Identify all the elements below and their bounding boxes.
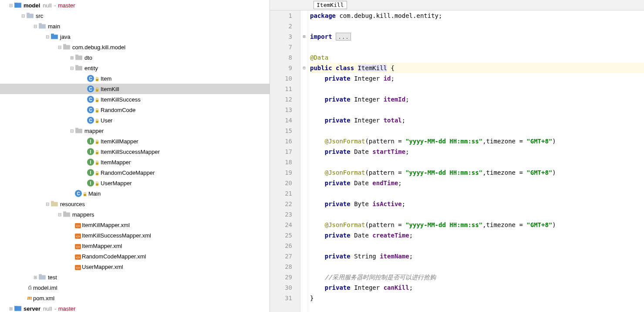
fold-column[interactable]: ⊞ ⊟	[300, 10, 308, 312]
code-line[interactable]: //采用服务器时间控制是否可以进行抢购	[310, 272, 644, 282]
line-number: 14	[270, 115, 292, 125]
code-line[interactable]: @JsonFormat(pattern = "yyyy-MM-dd HH:mm:…	[310, 167, 644, 178]
collapse-icon[interactable]: ⊟	[20, 14, 26, 18]
line-number: 28	[270, 261, 292, 272]
expand-icon[interactable]: ⊞	[8, 306, 14, 311]
code-line[interactable]: private Date endTime;	[310, 178, 644, 188]
tree-node-model[interactable]: ⊟ model null - master	[0, 0, 270, 10]
tree-node-entity[interactable]: ⊟ entity	[0, 63, 270, 73]
expand-icon[interactable]: ⊞	[69, 55, 75, 60]
code-content[interactable]: package com.debug.kill.model.entity; imp…	[308, 10, 644, 312]
code-line[interactable]	[310, 188, 644, 199]
collapse-icon[interactable]: ⊟	[57, 212, 63, 217]
tree-node-mapper[interactable]: ⊟ mapper	[0, 125, 270, 136]
collapse-icon[interactable]: ⊟	[44, 34, 51, 39]
tree-node-class-itemkill[interactable]: C ItemKill	[0, 84, 270, 94]
folder-icon	[63, 210, 71, 218]
code-line[interactable]	[310, 42, 644, 52]
code-line[interactable]	[310, 105, 644, 115]
interface-label: RandomCodeMapper	[101, 170, 155, 176]
tree-node-java[interactable]: ⊟ java	[0, 31, 270, 42]
code-line[interactable]	[310, 125, 644, 136]
collapse-icon[interactable]: ⊟	[8, 3, 14, 8]
maven-icon: m	[26, 295, 33, 302]
tree-node-resources[interactable]: ⊟ resources	[0, 199, 270, 209]
fold-collapse-icon[interactable]: ⊟	[300, 63, 308, 73]
xml-label: ItemKillSuccessMapper.xml	[82, 232, 151, 239]
tree-node-interface-randomcodemapper[interactable]: I RandomCodeMapper	[0, 167, 270, 178]
collapse-icon[interactable]: ⊟	[32, 24, 38, 29]
line-number: 12	[270, 94, 292, 105]
tree-node-interface-itemkillmapper[interactable]: I ItemKillMapper	[0, 136, 270, 146]
code-line[interactable]: private Date startTime;	[310, 146, 644, 157]
tree-node-interface-itemmapper[interactable]: I ItemMapper	[0, 157, 270, 167]
svg-rect-14	[96, 79, 98, 81]
code-line[interactable]	[310, 261, 644, 272]
code-line[interactable]: @JsonFormat(pattern = "yyyy-MM-dd HH:mm:…	[310, 220, 644, 230]
xml-icon: <>	[75, 265, 81, 270]
fold-placeholder[interactable]: ...	[336, 33, 351, 41]
svg-rect-9	[63, 44, 66, 45]
code-line[interactable]: package com.debug.kill.model.entity;	[310, 10, 644, 21]
tree-node-xml-itemkillsuccessmapper[interactable]: <> ItemKillSuccessMapper.xml	[0, 230, 270, 241]
code-line[interactable]: private Integer itemId;	[310, 94, 644, 105]
code-line[interactable]: private String itemName;	[310, 251, 644, 261]
tree-node-class-randomcode[interactable]: C RandomCode	[0, 105, 270, 115]
collapse-icon[interactable]: ⊟	[44, 202, 51, 207]
vcs-branch: master	[58, 305, 76, 312]
code-line[interactable]	[310, 157, 644, 167]
code-line[interactable]: import ...	[310, 31, 644, 42]
expand-icon[interactable]: ⊞	[32, 275, 38, 280]
module-icon	[14, 305, 22, 312]
collapse-icon[interactable]: ⊟	[57, 45, 63, 50]
fold-expand-icon[interactable]: ⊞	[300, 31, 308, 42]
breadcrumb[interactable]: ItemKill	[270, 0, 644, 10]
tree-node-src[interactable]: ⊟ src	[0, 10, 270, 21]
tree-node-package[interactable]: ⊟ com.debug.kill.model	[0, 42, 270, 52]
code-line[interactable]	[310, 84, 644, 94]
tree-node-test[interactable]: ⊞ test	[0, 272, 270, 282]
tree-node-dto[interactable]: ⊞ dto	[0, 52, 270, 63]
code-line[interactable]: private Integer id;	[310, 73, 644, 84]
code-line[interactable]: @Data	[310, 52, 644, 63]
tree-node-class-user[interactable]: C User	[0, 115, 270, 125]
tree-node-server[interactable]: ⊞ server null - master	[0, 303, 270, 312]
tree-node-interface-itemkillsuccessmapper[interactable]: I ItemKillSuccessMapper	[0, 146, 270, 157]
tree-node-mappers[interactable]: ⊟ mappers	[0, 209, 270, 220]
tree-node-modeliml[interactable]: ⎙ model.iml	[0, 282, 270, 293]
folder-label: src	[36, 13, 43, 19]
tree-node-class-itemkillsuccess[interactable]: C ItemKillSuccess	[0, 94, 270, 105]
code-line[interactable]: private Date createTime;	[310, 230, 644, 241]
collapse-icon[interactable]: ⊟	[69, 129, 75, 133]
collapse-icon[interactable]: ⊟	[69, 66, 75, 71]
tree-node-class-item[interactable]: C Item	[0, 73, 270, 84]
svg-rect-29	[63, 213, 70, 217]
interface-icon: I	[87, 169, 94, 176]
code-line[interactable]	[310, 241, 644, 251]
code-line[interactable]	[310, 21, 644, 31]
tree-node-xml-itemkillmapper[interactable]: <> ItemKillMapper.xml	[0, 220, 270, 230]
code-line[interactable]: @JsonFormat(pattern = "yyyy-MM-dd HH:mm:…	[310, 136, 644, 146]
svg-rect-17	[96, 110, 98, 112]
file-label: model.iml	[33, 285, 57, 291]
line-number: 19	[270, 167, 292, 178]
code-line[interactable]: private Integer canKill;	[310, 282, 644, 293]
tree-node-main[interactable]: ⊟ main	[0, 21, 270, 31]
tree-node-xml-itemmapper[interactable]: <> ItemMapper.xml	[0, 241, 270, 251]
code-line[interactable]: private Byte isActive;	[310, 199, 644, 209]
code-editor[interactable]: 1 2 3 7 8 9 10 11 12 13 14 15 16 17 18 1…	[270, 10, 644, 312]
tree-node-pomxml[interactable]: m pom.xml	[0, 293, 270, 303]
tree-node-xml-randomcodemapper[interactable]: <> RandomCodeMapper.xml	[0, 251, 270, 261]
tree-node-class-main[interactable]: C Main	[0, 188, 270, 199]
folder-label: java	[60, 34, 71, 40]
code-line[interactable]: private Integer total;	[310, 115, 644, 125]
tree-node-xml-usermapper[interactable]: <> UserMapper.xml	[0, 261, 270, 272]
project-tree[interactable]: ⊟ model null - master ⊟ src ⊟ main ⊟ jav…	[0, 0, 270, 312]
tree-node-interface-usermapper[interactable]: I UserMapper	[0, 178, 270, 188]
svg-rect-7	[51, 34, 54, 35]
svg-rect-15	[96, 89, 98, 92]
code-line[interactable]: public class ItemKill {	[310, 63, 644, 73]
code-line[interactable]: }	[310, 293, 644, 303]
code-line[interactable]	[310, 209, 644, 220]
breadcrumb-class[interactable]: ItemKill	[314, 1, 347, 9]
